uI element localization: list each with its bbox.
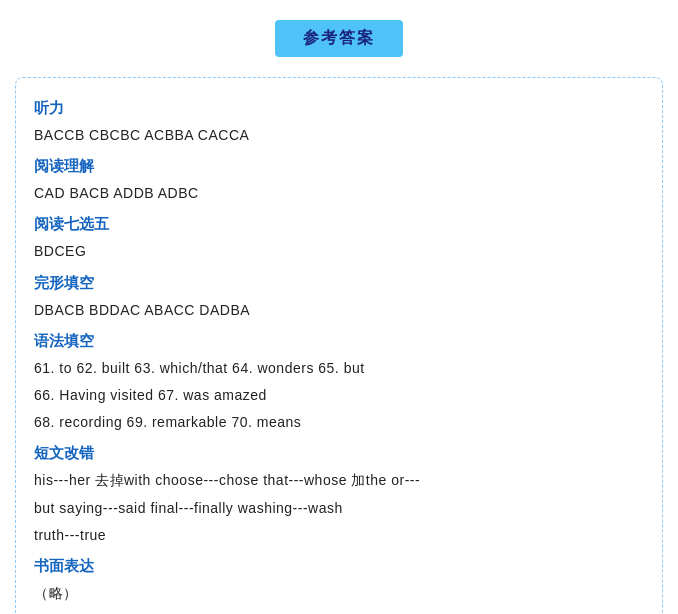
answer-content-box: 听力 BACCB CBCBC ACBBA CACCA 阅读理解 CAD BACB… (15, 77, 663, 614)
section-grammar-answer-3: 68. recording 69. remarkable 70. means (34, 410, 644, 435)
section-grammar-title: 语法填空 (34, 327, 644, 354)
section-listening-answer: BACCB CBCBC ACBBA CACCA (34, 123, 644, 148)
section-reading-answer: CAD BACB ADDB ADBC (34, 181, 644, 206)
section-cloze-title: 完形填空 (34, 269, 644, 296)
section-correction-answer-1: his---her 去掉with choose---chose that---w… (34, 468, 644, 493)
section-grammar-answer-1: 61. to 62. built 63. which/that 64. wond… (34, 356, 644, 381)
section-seven-five-title: 阅读七选五 (34, 210, 644, 237)
section-reading-title: 阅读理解 (34, 152, 644, 179)
section-grammar-answer-2: 66. Having visited 67. was amazed (34, 383, 644, 408)
section-correction-title: 短文改错 (34, 439, 644, 466)
section-written-answer: （略） (34, 581, 644, 606)
section-correction-answer-2: but saying---said final---finally washin… (34, 496, 644, 521)
reference-answer-button[interactable]: 参考答案 (275, 20, 403, 57)
section-correction-answer-3: truth---true (34, 523, 644, 548)
section-cloze-answer: DBACB BDDAC ABACC DADBA (34, 298, 644, 323)
section-listening-title: 听力 (34, 94, 644, 121)
section-written-title: 书面表达 (34, 552, 644, 579)
section-seven-five-answer: BDCEG (34, 239, 644, 264)
